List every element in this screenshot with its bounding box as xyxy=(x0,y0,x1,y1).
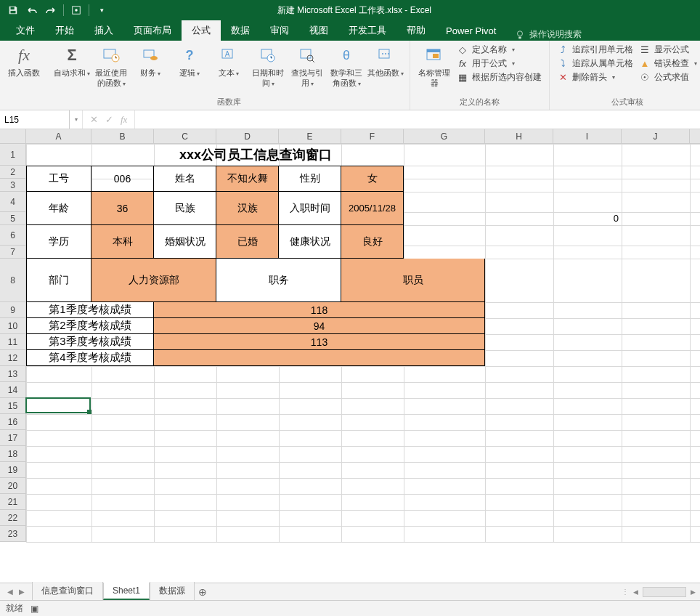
value-department[interactable]: 人力资源部 xyxy=(91,259,216,302)
row-header[interactable]: 20 xyxy=(0,478,26,494)
row-header[interactable]: 13 xyxy=(0,366,26,382)
value-q3[interactable]: 113 xyxy=(154,334,485,350)
column-header[interactable]: D xyxy=(216,129,279,143)
tab-review[interactable]: 审阅 xyxy=(260,20,299,41)
error-check-button[interactable]: ▲错误检查▾ xyxy=(639,57,697,70)
value-education[interactable]: 本科 xyxy=(91,225,154,259)
column-header[interactable]: F xyxy=(341,129,404,143)
fill-handle[interactable] xyxy=(87,410,91,414)
name-manager-button[interactable]: 名称管理器 xyxy=(415,42,454,90)
row-header[interactable]: 7 xyxy=(0,246,26,259)
insert-function-button[interactable]: fx 插入函数 xyxy=(4,42,44,80)
value-hiredate[interactable]: 2005/11/28 xyxy=(341,192,404,225)
tab-view[interactable]: 视图 xyxy=(299,20,338,41)
trace-dependents-button[interactable]: ⤵追踪从属单元格 xyxy=(557,57,633,70)
value-empid[interactable]: 006 xyxy=(91,166,154,192)
tab-home[interactable]: 开始 xyxy=(45,20,84,41)
more-functions-button[interactable]: 其他函数▾ xyxy=(366,42,405,80)
touch-mode-icon[interactable] xyxy=(68,2,85,18)
show-formulas-button[interactable]: ☰显示公式 xyxy=(639,44,697,56)
value-health[interactable]: 良好 xyxy=(341,225,404,259)
column-header[interactable]: G xyxy=(404,129,485,143)
row-header[interactable]: 23 xyxy=(0,526,26,542)
hscroll-track[interactable] xyxy=(643,587,686,597)
fx-button-icon[interactable]: fx xyxy=(121,114,127,126)
undo-icon[interactable] xyxy=(23,2,41,18)
value-name[interactable]: 不知火舞 xyxy=(216,166,279,192)
row-header[interactable]: 4 xyxy=(0,192,26,212)
hscroll-left-icon[interactable]: ◀ xyxy=(633,588,638,596)
row-header[interactable]: 2 xyxy=(0,166,26,179)
remove-arrows-button[interactable]: ✕删除箭头▾ xyxy=(557,71,633,84)
add-sheet-button[interactable]: ⊕ xyxy=(195,586,211,598)
row-header[interactable]: 1 xyxy=(0,144,26,166)
row-header[interactable]: 18 xyxy=(0,446,26,462)
sheet-nav-next-icon[interactable]: ▶ xyxy=(19,588,25,596)
autosum-button[interactable]: Σ自动求和▾ xyxy=(52,42,91,80)
recent-functions-button[interactable]: 最近使用的函数▾ xyxy=(91,42,131,90)
cancel-formula-icon[interactable]: ✕ xyxy=(90,114,98,125)
row-header[interactable]: 22 xyxy=(0,510,26,526)
column-header[interactable]: A xyxy=(26,129,91,143)
define-name-button[interactable]: ◇定义名称▾ xyxy=(457,44,542,56)
column-header[interactable]: B xyxy=(91,129,154,143)
qat-customize-icon[interactable]: ▾ xyxy=(93,2,110,18)
lookup-button[interactable]: 查找与引用▾ xyxy=(288,42,327,90)
name-box-dropdown[interactable]: ▾ xyxy=(70,110,83,129)
column-header[interactable]: J xyxy=(622,129,690,143)
tab-file[interactable]: 文件 xyxy=(6,20,45,41)
cell-i5[interactable]: 0 xyxy=(553,212,619,225)
row-header[interactable]: 21 xyxy=(0,494,26,510)
formula-input[interactable] xyxy=(135,110,700,129)
value-gender[interactable]: 女 xyxy=(341,166,404,192)
datetime-button[interactable]: 日期和时间▾ xyxy=(248,42,288,90)
use-in-formula-button[interactable]: fx用于公式▾ xyxy=(457,57,542,70)
macro-record-icon[interactable]: ▣ xyxy=(30,604,38,614)
text-button[interactable]: A文本▾ xyxy=(209,42,248,80)
tab-layout[interactable]: 页面布局 xyxy=(123,20,182,41)
row-header[interactable]: 12 xyxy=(0,350,26,366)
value-q2[interactable]: 94 xyxy=(154,318,485,334)
tab-insert[interactable]: 插入 xyxy=(84,20,123,41)
select-all-corner[interactable] xyxy=(0,129,26,143)
hscroll-handle-icon[interactable]: ⋮ xyxy=(622,588,629,596)
sheet-tab-info[interactable]: 信息查询窗口 xyxy=(32,582,103,600)
row-header[interactable]: 14 xyxy=(0,382,26,398)
trace-precedents-button[interactable]: ⤴追踪引用单元格 xyxy=(557,44,633,56)
sheet-nav-prev-icon[interactable]: ◀ xyxy=(7,588,13,596)
row-header[interactable]: 16 xyxy=(0,414,26,430)
column-header[interactable]: I xyxy=(553,129,622,143)
row-header[interactable]: 15 xyxy=(0,398,26,414)
save-icon[interactable] xyxy=(4,2,22,18)
column-header[interactable]: C xyxy=(154,129,216,143)
row-header[interactable]: 10 xyxy=(0,318,26,334)
math-button[interactable]: θ数学和三角函数▾ xyxy=(327,42,366,90)
row-header[interactable]: 11 xyxy=(0,334,26,350)
row-header[interactable]: 6 xyxy=(0,225,26,246)
column-header[interactable]: H xyxy=(485,129,553,143)
value-q1[interactable]: 118 xyxy=(154,302,485,318)
row-header[interactable]: 17 xyxy=(0,430,26,446)
financial-button[interactable]: 财务▾ xyxy=(131,42,170,80)
row-header[interactable]: 3 xyxy=(0,179,26,192)
tab-help[interactable]: 帮助 xyxy=(396,20,436,41)
column-header[interactable]: E xyxy=(279,129,341,143)
evaluate-formula-button[interactable]: ☉公式求值 xyxy=(639,71,697,84)
value-age[interactable]: 36 xyxy=(91,192,154,225)
hscroll-right-icon[interactable]: ▶ xyxy=(691,588,696,596)
value-marital[interactable]: 已婚 xyxy=(216,225,279,259)
sheet-tab-sheet1[interactable]: Sheet1 xyxy=(103,583,150,600)
value-ethnicity[interactable]: 汉族 xyxy=(216,192,279,225)
value-q4[interactable] xyxy=(154,350,485,366)
row-header[interactable]: 9 xyxy=(0,302,26,318)
spreadsheet-grid[interactable]: ABCDEFGHIJ 12345678910111213141516171819… xyxy=(0,129,700,542)
tell-me-search[interactable]: 操作说明搜索 xyxy=(506,28,590,41)
redo-icon[interactable] xyxy=(42,2,60,18)
row-header[interactable]: 5 xyxy=(0,212,26,225)
create-from-selection-button[interactable]: ▦根据所选内容创建 xyxy=(457,71,542,84)
sheet-tab-datasource[interactable]: 数据源 xyxy=(150,582,195,600)
row-header[interactable]: 19 xyxy=(0,462,26,478)
accept-formula-icon[interactable]: ✓ xyxy=(105,114,113,125)
tab-dev[interactable]: 开发工具 xyxy=(338,20,396,41)
row-header[interactable]: 8 xyxy=(0,259,26,302)
